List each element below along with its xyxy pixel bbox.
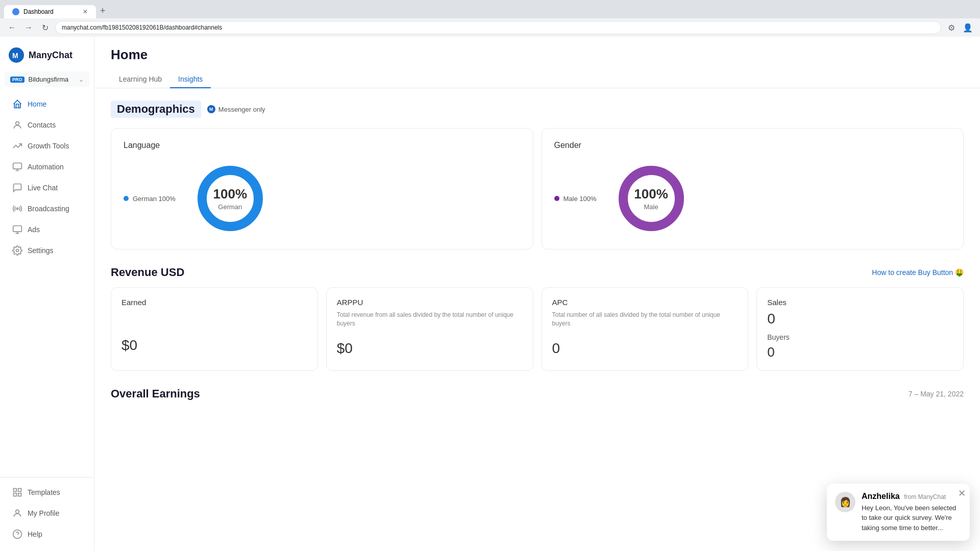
gender-legend-label: Male 100% <box>564 195 597 203</box>
language-legend-label: German 100% <box>133 195 176 203</box>
sidebar-nav: Home Contacts Growth Tools Automation Li… <box>0 93 94 473</box>
my-profile-icon <box>12 508 22 518</box>
gender-legend-item: Male 100% <box>554 195 597 203</box>
sidebar-item-my-profile[interactable]: My Profile <box>4 503 90 523</box>
sidebar-label-automation: Automation <box>28 163 64 171</box>
profile-button[interactable]: 👤 <box>962 21 974 34</box>
browser-chrome: Dashboard ✕ + ← → ↻ manychat.com/fb19815… <box>0 0 980 37</box>
sidebar-item-automation[interactable]: Automation <box>4 157 90 177</box>
earnings-title: Overall Earnings <box>111 387 200 400</box>
chat-popup-body: Anzhelika from ManyChat Hey Leon, You've… <box>862 492 962 533</box>
contacts-icon <box>12 120 22 130</box>
svg-point-8 <box>16 249 19 252</box>
sidebar-label-live-chat: Live Chat <box>28 184 58 192</box>
chat-avatar: 👩 <box>835 492 855 512</box>
chat-popup: ✕ 👩 Anzhelika from ManyChat Hey Leon, Yo… <box>827 484 970 541</box>
svg-rect-9 <box>14 489 17 492</box>
sidebar-label-broadcasting: Broadcasting <box>28 205 69 213</box>
language-legend: German 100% <box>124 195 176 203</box>
tab-bar: Dashboard ✕ + <box>0 0 980 18</box>
buy-button-link[interactable]: How to create Buy Button 🤑 <box>872 268 964 277</box>
demographics-grid: Language German 100% <box>111 128 964 249</box>
language-label: German <box>213 203 248 211</box>
tabs: Learning Hub Insights <box>111 71 964 88</box>
revenue-card-earned: Earned $0 <box>111 287 318 371</box>
refresh-button[interactable]: ↻ <box>39 21 51 34</box>
chat-popup-content: 👩 Anzhelika from ManyChat Hey Leon, You'… <box>835 492 962 533</box>
language-chart-area: German 100% 100% German <box>124 160 521 237</box>
language-donut: 100% German <box>192 160 268 237</box>
sidebar-item-help[interactable]: Help <box>4 524 90 544</box>
ads-icon <box>12 224 22 235</box>
sidebar-item-templates[interactable]: Templates <box>4 482 90 503</box>
page-title: Home <box>111 47 964 63</box>
apc-title: APC <box>552 298 738 307</box>
chevron-down-icon: ⌄ <box>79 76 84 83</box>
arppu-title: ARPPU <box>337 298 523 307</box>
content-area: Demographics Messenger only Language Ger… <box>94 88 980 421</box>
earnings-section: Overall Earnings 7 – May 21, 2022 <box>111 387 964 400</box>
extensions-button[interactable]: ⚙ <box>945 21 958 34</box>
revenue-title: Revenue USD <box>111 266 184 279</box>
revenue-grid: Earned $0 ARPPU Total revenue from all s… <box>111 287 964 371</box>
sidebar-item-growth-tools[interactable]: Growth Tools <box>4 136 90 156</box>
tab-insights[interactable]: Insights <box>170 71 211 88</box>
earnings-date: 7 – May 21, 2022 <box>909 390 964 398</box>
buyers-value: 0 <box>767 344 953 360</box>
arppu-value: $0 <box>337 340 523 357</box>
sidebar-label-help: Help <box>28 530 42 538</box>
chat-popup-close-button[interactable]: ✕ <box>958 488 966 499</box>
svg-rect-12 <box>18 493 21 496</box>
new-tab-button[interactable]: + <box>96 4 110 18</box>
svg-rect-10 <box>18 489 21 492</box>
back-button[interactable]: ← <box>6 21 18 34</box>
forward-button[interactable]: → <box>22 21 35 34</box>
sidebar-item-home[interactable]: Home <box>4 94 90 114</box>
growth-tools-icon <box>12 141 22 151</box>
svg-point-2 <box>16 121 19 125</box>
demographics-title: Demographics <box>111 101 201 118</box>
browser-controls: ← → ↻ manychat.com/fb198150208192061B/da… <box>0 18 980 37</box>
sidebar-item-settings[interactable]: Settings <box>4 240 90 261</box>
sidebar-label-growth-tools: Growth Tools <box>28 142 69 150</box>
chat-sender: Anzhelika from ManyChat <box>862 492 962 501</box>
sidebar-item-broadcasting[interactable]: Broadcasting <box>4 198 90 219</box>
gender-donut: 100% Male <box>613 160 690 237</box>
help-icon <box>12 529 22 539</box>
tab-close-button[interactable]: ✕ <box>83 8 88 15</box>
sidebar-label-contacts: Contacts <box>28 121 56 129</box>
tab-title: Dashboard <box>23 8 54 15</box>
sidebar-item-contacts[interactable]: Contacts <box>4 115 90 135</box>
home-icon <box>12 99 22 109</box>
sidebar-label-templates: Templates <box>28 488 60 496</box>
main-content: Home Learning Hub Insights Demographics … <box>94 37 980 551</box>
app-layout: M ManyChat PRO Bildungsfirma ⌄ Home Cont… <box>0 37 980 551</box>
gender-label: Male <box>634 203 668 211</box>
language-legend-dot <box>124 196 129 201</box>
gender-card: Gender Male 100% <box>542 128 964 249</box>
language-donut-center: 100% German <box>213 186 248 211</box>
settings-icon <box>12 245 22 256</box>
templates-icon <box>12 487 22 497</box>
sidebar-item-ads[interactable]: Ads <box>4 219 90 240</box>
sidebar-account-left: PRO Bildungsfirma <box>10 76 68 83</box>
gender-chart-area: Male 100% 100% Male <box>554 160 951 237</box>
account-name: Bildungsfirma <box>29 76 69 83</box>
earned-title: Earned <box>121 298 307 307</box>
language-card: Language German 100% <box>111 128 533 249</box>
gender-pct: 100% <box>634 186 668 202</box>
arppu-desc: Total revenue from all sales divided by … <box>337 311 523 328</box>
language-pct: 100% <box>213 186 248 202</box>
sidebar-item-live-chat[interactable]: Live Chat <box>4 178 90 198</box>
sidebar-account[interactable]: PRO Bildungsfirma ⌄ <box>4 71 90 87</box>
chat-popup-message: Hey Leon, You've been selected to take o… <box>862 503 962 533</box>
browser-tab-dashboard[interactable]: Dashboard ✕ <box>4 5 96 18</box>
address-bar[interactable]: manychat.com/fb198150208192061B/dashboar… <box>55 21 941 34</box>
gender-legend-dot <box>554 196 559 201</box>
messenger-label: Messenger only <box>218 106 265 113</box>
tab-favicon <box>12 8 19 15</box>
svg-rect-3 <box>13 163 22 169</box>
revenue-card-arppu: ARPPU Total revenue from all sales divid… <box>326 287 533 371</box>
sidebar-label-my-profile: My Profile <box>28 509 59 517</box>
tab-learning-hub[interactable]: Learning Hub <box>111 71 170 88</box>
